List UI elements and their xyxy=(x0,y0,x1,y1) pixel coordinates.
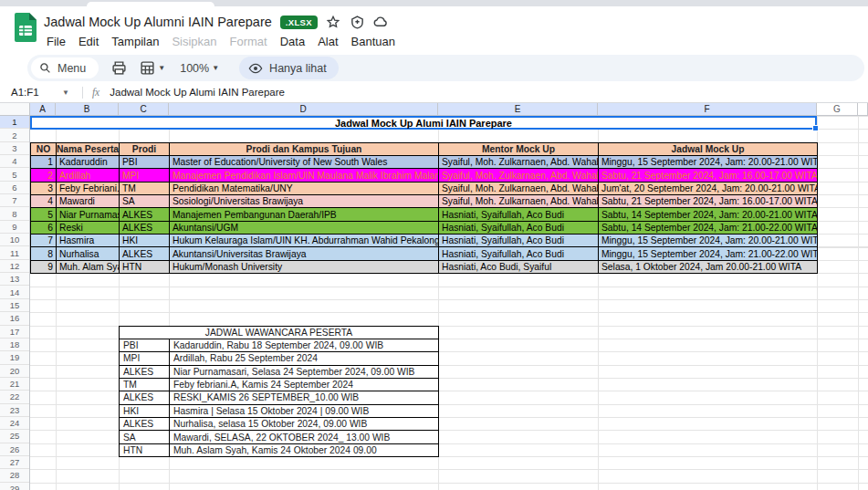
view-mode-pill[interactable]: Hanya lihat xyxy=(239,57,339,79)
row-header-24[interactable]: 24 xyxy=(0,417,29,430)
table-cell-no[interactable]: 7 xyxy=(31,235,57,247)
menu-bantuan[interactable]: Bantuan xyxy=(345,34,402,49)
table-header-cell[interactable]: Prodi xyxy=(120,143,170,156)
fill-handle[interactable] xyxy=(812,125,819,131)
row-header-13[interactable]: 13 xyxy=(0,273,29,286)
row-header-12[interactable]: 12 xyxy=(0,260,29,273)
table-cell-jadwal[interactable]: Minggu, 15 September 2024, Jam: 21.00-22… xyxy=(599,247,818,260)
column-header-B[interactable]: B xyxy=(56,103,119,116)
row-header-21[interactable]: 21 xyxy=(0,378,29,391)
interview-cell-prodi[interactable]: ALKES xyxy=(120,418,170,431)
column-header-partial[interactable] xyxy=(858,103,868,116)
sheets-logo[interactable] xyxy=(14,12,37,43)
interview-cell-prodi[interactable]: HKI xyxy=(120,405,170,418)
table-cell-nama[interactable]: Mawardi xyxy=(57,195,120,208)
menu-data[interactable]: Data xyxy=(274,34,311,49)
column-header-C[interactable]: C xyxy=(119,103,169,116)
row-header-6[interactable]: 6 xyxy=(0,182,29,194)
table-cell-no[interactable]: 2 xyxy=(31,169,57,182)
table-header-cell[interactable]: Nama Peserta xyxy=(57,143,120,156)
table-cell-prodi[interactable]: TM xyxy=(120,182,170,195)
row-header-3[interactable]: 3 xyxy=(0,142,29,155)
menu-edit[interactable]: Edit xyxy=(72,34,105,49)
table-cell-no[interactable]: 6 xyxy=(31,222,57,235)
interview-cell-prodi[interactable]: TM xyxy=(120,379,170,391)
row-header-17[interactable]: 17 xyxy=(0,326,29,339)
table-cell-mentor[interactable]: Hasniati, Syaifullah, Aco Budi xyxy=(439,222,599,235)
table-header-cell[interactable]: Jadwal Mock Up xyxy=(599,143,818,156)
row-header-15[interactable]: 15 xyxy=(0,299,29,312)
table-cell-prodi[interactable]: SA xyxy=(120,195,170,208)
table-cell-kampus[interactable]: Master of Education/University of New So… xyxy=(170,156,439,169)
select-all-corner[interactable] xyxy=(0,103,30,116)
row-header-27[interactable]: 27 xyxy=(0,456,29,469)
table-cell-mentor[interactable]: Hasniati, Syaifullah, Aco Budi xyxy=(439,208,599,221)
name-box-caret-icon[interactable]: ▼ xyxy=(62,89,69,97)
interview-table-title[interactable]: JADWAL WAWANCARA PESERTA xyxy=(120,327,439,339)
table-cell-mentor[interactable]: Hasniati, Syaifullah, Aco Budi xyxy=(439,247,599,260)
table-cell-nama[interactable]: Kadaruddin xyxy=(57,156,120,169)
row-header-23[interactable]: 23 xyxy=(0,404,29,417)
column-header-G[interactable]: G xyxy=(817,103,858,116)
interview-cell-detail[interactable]: Muh. Aslam Syah, Kamis 24 Oktober 2024 0… xyxy=(170,444,439,457)
approvals-icon[interactable] xyxy=(350,15,365,30)
interview-cell-detail[interactable]: Nurhalisa, selasa 15 Oktober 2024, 09.00… xyxy=(170,418,439,431)
table-cell-no[interactable]: 8 xyxy=(31,247,57,260)
table-cell-no[interactable]: 4 xyxy=(31,195,57,208)
row-header-18[interactable]: 18 xyxy=(0,339,29,351)
row-header-26[interactable]: 26 xyxy=(0,443,29,456)
interview-cell-detail[interactable]: Hasmira | Selasa 15 Oktober 2024 | 09.00… xyxy=(170,405,439,418)
table-cell-jadwal[interactable]: Sabtu, 21 September 2024, Jam: 16.00-17.… xyxy=(599,195,818,208)
star-icon[interactable] xyxy=(326,15,341,30)
menu-file[interactable]: File xyxy=(40,34,72,49)
table-cell-nama[interactable]: Hasmira xyxy=(57,235,120,247)
column-header-A[interactable]: A xyxy=(30,103,56,116)
table-cell-prodi[interactable]: ALKES xyxy=(120,222,170,235)
table-cell-jadwal[interactable]: Sabtu, 14 September 2024, Jam: 20.00-21.… xyxy=(599,208,818,221)
interview-cell-prodi[interactable]: MPI xyxy=(120,352,170,365)
table-cell-mentor[interactable]: Hasniati, Syaifullah, Aco Budi xyxy=(439,235,599,247)
row-header-22[interactable]: 22 xyxy=(0,391,29,403)
interview-cell-prodi[interactable]: SA xyxy=(120,431,170,443)
interview-cell-prodi[interactable]: PBI xyxy=(120,339,170,352)
interview-cell-detail[interactable]: Feby febriani.A, Kamis 24 September 2024 xyxy=(170,379,439,391)
row-header-5[interactable]: 5 xyxy=(0,168,29,181)
table-cell-kampus[interactable]: Hukum/Monash University xyxy=(170,261,439,274)
interview-cell-prodi[interactable]: ALKES xyxy=(120,366,170,379)
row-header-16[interactable]: 16 xyxy=(0,312,29,325)
table-cell-prodi[interactable]: MPI xyxy=(120,169,170,182)
table-cell-jadwal[interactable]: Selasa, 1 Oktober 2024, Jam 20.00-21.00 … xyxy=(599,261,818,274)
interview-cell-prodi[interactable]: HTN xyxy=(120,444,170,457)
row-header-28[interactable]: 28 xyxy=(0,469,29,482)
table-cell-mentor[interactable]: Syaiful, Moh. Zulkarnaen, Abd. Wahab xyxy=(439,182,599,195)
document-title[interactable]: Jadwal Mock Up Alumni IAIN Parepare xyxy=(44,15,272,29)
table-cell-jadwal[interactable]: Minggu, 15 September 2024, Jam: 20.00-21… xyxy=(599,156,818,169)
table-cell-nama[interactable]: Niar Purnamasari xyxy=(57,208,120,221)
row-header-29[interactable]: 29 xyxy=(0,483,29,490)
row-header-11[interactable]: 11 xyxy=(0,246,29,259)
interview-cell-detail[interactable]: Ardillah, Rabu 25 September 2024 xyxy=(170,352,439,365)
table-cell-kampus[interactable]: Akuntansi/Universitas Brawijaya xyxy=(170,247,439,260)
menu-tampilan[interactable]: Tampilan xyxy=(105,34,165,49)
table-cell-nama[interactable]: Ardillah xyxy=(57,169,120,182)
interview-cell-detail[interactable]: Mawardi, SELASA, 22 OKTOBER 2024_ 13.00 … xyxy=(170,431,439,443)
print-button[interactable] xyxy=(111,60,127,76)
row-header-2[interactable]: 2 xyxy=(0,129,29,141)
table-cell-jadwal[interactable]: Minggu, 15 September 2024, Jam: 20.00-21… xyxy=(599,235,818,247)
table-cell-mentor[interactable]: Syaiful, Moh. Zulkarnaen, Abd. Wahab xyxy=(439,169,599,182)
column-header-D[interactable]: D xyxy=(169,103,438,116)
row-header-1[interactable]: 1 xyxy=(0,116,29,129)
table-cell-mentor[interactable]: Hasniati, Aco Budi, Syaiful xyxy=(439,261,599,274)
cloud-icon[interactable] xyxy=(373,15,389,30)
interview-cell-detail[interactable]: Kadaruddin, Rabu 18 September 2024, 09.0… xyxy=(170,339,439,352)
table-cell-prodi[interactable]: ALKES xyxy=(120,247,170,260)
table-cell-mentor[interactable]: Syaiful, Moh. Zulkarnaen, Abd. Wahab xyxy=(439,156,599,169)
table-cell-prodi[interactable]: ALKES xyxy=(120,208,170,221)
table-cell-nama[interactable]: Muh. Alam Syah xyxy=(57,261,120,274)
row-header-7[interactable]: 7 xyxy=(0,194,29,207)
table-cell-jadwal[interactable]: Sabtu, 21 September 2024, Jam: 16.00-17.… xyxy=(599,169,818,182)
table-cell-kampus[interactable]: Manajemen Pendidikan Islam/UIN Maulana M… xyxy=(170,169,439,182)
row-header-10[interactable]: 10 xyxy=(0,234,29,246)
interview-cell-detail[interactable]: RESKI_KAMIS 26 SEPTEMBER_10.00 WIB xyxy=(170,391,439,404)
table-header-cell[interactable]: NO xyxy=(31,143,57,156)
